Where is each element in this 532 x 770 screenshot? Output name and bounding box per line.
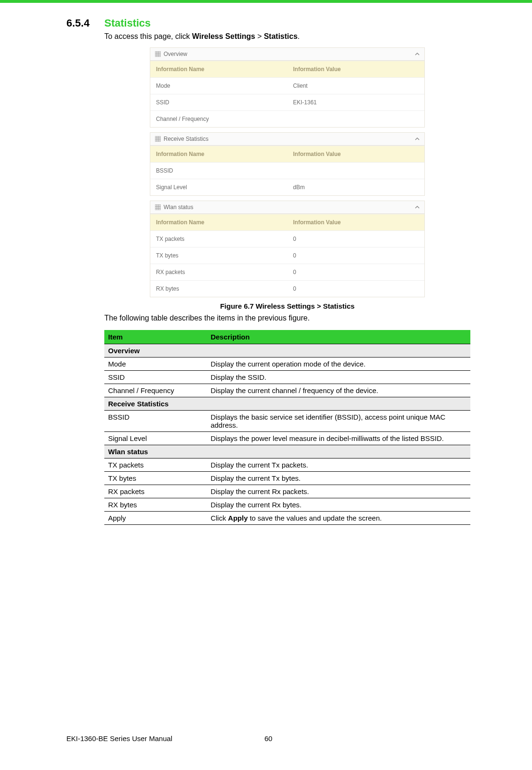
panel-cell-name: BSSID — [150, 163, 287, 179]
description-table: Item Description OverviewModeDisplay the… — [104, 330, 470, 525]
panel-cell-name: RX packets — [150, 264, 287, 280]
panel-col-header-name: Information Name — [150, 214, 287, 230]
dtable-desc-cell: Display the current operation mode of th… — [207, 358, 470, 371]
dtable-desc-cell: Display the SSID. — [207, 371, 470, 384]
panel-title-group: Receive Statistics — [155, 136, 209, 142]
after-figure-text: The following table describes the items … — [104, 314, 470, 322]
intro-text: To access this page, click Wireless Sett… — [104, 32, 470, 41]
dtable-desc-cell: Display the current Rx packets. — [207, 485, 470, 498]
dtable-item-cell: Channel / Frequency — [104, 384, 207, 397]
dtable-item-cell: RX bytes — [104, 498, 207, 512]
chevron-up-icon[interactable] — [415, 205, 420, 210]
dtable-subheader-row: Overview — [104, 344, 470, 358]
section-number: 6.5.4 — [66, 17, 104, 29]
intro-suffix: . — [298, 32, 300, 40]
panel-header[interactable]: Wlan status — [150, 201, 424, 214]
panel-title-group: Wlan status — [155, 204, 193, 211]
panel-col-header-value: Information Value — [287, 61, 424, 77]
panel-cell-name: Channel / Frequency — [150, 111, 287, 127]
dtable-subheader-row: Receive Statistics — [104, 397, 470, 411]
dtable-item-cell: TX bytes — [104, 472, 207, 485]
panel-data-row: SSIDEKI-1361 — [150, 94, 424, 110]
panel-title-group: Overview — [155, 51, 187, 57]
panel-data-row: RX bytes0 — [150, 280, 424, 297]
dtable-row: TX bytesDisplay the current Tx bytes. — [104, 472, 470, 485]
page-container: 6.5.4 Statistics To access this page, cl… — [0, 3, 532, 752]
panel: OverviewInformation NameInformation Valu… — [150, 47, 425, 128]
panel-data-row: Channel / Frequency — [150, 110, 424, 127]
panel-col-header-name: Information Name — [150, 61, 287, 77]
page-footer: EKI-1360-BE Series User Manual 60 — [66, 734, 470, 742]
section-heading-row: 6.5.4 Statistics — [66, 17, 470, 29]
panel-cell-value: 0 — [287, 264, 424, 280]
panel-col-header-name: Information Name — [150, 146, 287, 162]
dtable-item-cell: SSID — [104, 371, 207, 384]
panel-cell-name: Mode — [150, 78, 287, 94]
dtable-row: TX packetsDisplay the current Tx packets… — [104, 458, 470, 472]
panel-cell-name: Signal Level — [150, 179, 287, 195]
dtable-header-item: Item — [104, 330, 207, 344]
footer-manual-name: EKI-1360-BE Series User Manual — [66, 734, 172, 742]
panel-cell-name: TX packets — [150, 231, 287, 247]
dtable-subheader-cell: Overview — [104, 344, 470, 358]
dtable-item-cell: RX packets — [104, 485, 207, 498]
panel-column-header-row: Information NameInformation Value — [150, 61, 424, 77]
panel: Receive StatisticsInformation NameInform… — [150, 132, 425, 196]
dtable-subheader-row: Wlan status — [104, 445, 470, 458]
panel-col-header-value: Information Value — [287, 214, 424, 230]
panel-cell-value: Client — [287, 78, 424, 94]
grid-icon — [155, 204, 161, 210]
dtable-row: BSSIDDisplays the basic service set iden… — [104, 411, 470, 432]
panel-column-header-row: Information NameInformation Value — [150, 146, 424, 162]
chevron-up-icon[interactable] — [415, 137, 420, 141]
panel-data-row: TX packets0 — [150, 230, 424, 247]
content-indent: To access this page, click Wireless Sett… — [104, 32, 470, 525]
panel-header[interactable]: Receive Statistics — [150, 133, 424, 146]
panel-data-row: BSSID — [150, 162, 424, 179]
dtable-row: SSIDDisplay the SSID. — [104, 371, 470, 384]
panel-data-row: TX bytes0 — [150, 247, 424, 264]
dtable-desc-cell: Display the current channel / frequency … — [207, 384, 470, 397]
dtable-row: ModeDisplay the current operation mode o… — [104, 358, 470, 371]
dtable-item-cell: BSSID — [104, 411, 207, 432]
dtable-row: Signal LevelDisplays the power level mea… — [104, 432, 470, 445]
dtable-desc-cell: Display the current Tx packets. — [207, 458, 470, 472]
dtable-desc-cell: Display the current Tx bytes. — [207, 472, 470, 485]
dtable-desc-suffix: to save the values and update the screen… — [248, 514, 382, 522]
panel-cell-value — [287, 111, 424, 127]
dtable-item-cell: Mode — [104, 358, 207, 371]
panel: Wlan statusInformation NameInformation V… — [150, 201, 425, 297]
dtable-subheader-cell: Wlan status — [104, 445, 470, 458]
panel-data-row: Signal LeveldBm — [150, 179, 424, 195]
chevron-up-icon[interactable] — [415, 52, 420, 56]
panel-cell-value: EKI-1361 — [287, 94, 424, 110]
panel-cell-name: RX bytes — [150, 281, 287, 297]
dtable-row: ApplyClick Apply to save the values and … — [104, 512, 470, 525]
dtable-item-cell: Apply — [104, 512, 207, 525]
intro-bold2: Statistics — [264, 32, 297, 40]
section-title: Statistics — [104, 17, 151, 29]
grid-icon — [155, 136, 161, 142]
dtable-header-desc: Description — [207, 330, 470, 344]
dtable-desc-prefix: Click — [211, 514, 228, 522]
panel-column-header-row: Information NameInformation Value — [150, 214, 424, 230]
panel-cell-value — [287, 163, 424, 179]
panel-col-header-value: Information Value — [287, 146, 424, 162]
intro-bold1: Wireless Settings — [192, 32, 255, 40]
panel-header[interactable]: Overview — [150, 48, 424, 61]
panel-data-row: RX packets0 — [150, 264, 424, 280]
dtable-desc-cell: Displays the power level measure in deci… — [207, 432, 470, 445]
dtable-desc-bold: Apply — [228, 514, 248, 522]
grid-icon — [155, 51, 161, 57]
panel-title-text: Receive Statistics — [164, 136, 209, 142]
dtable-desc-cell: Displays the basic service set identifie… — [207, 411, 470, 432]
panel-title-text: Wlan status — [164, 204, 193, 211]
svg-rect-0 — [155, 51, 161, 57]
intro-sep: > — [255, 32, 264, 40]
screenshot-figure: OverviewInformation NameInformation Valu… — [150, 47, 425, 297]
dtable-row: Channel / FrequencyDisplay the current c… — [104, 384, 470, 397]
dtable-desc-cell: Click Apply to save the values and updat… — [207, 512, 470, 525]
dtable-item-cell: TX packets — [104, 458, 207, 472]
dtable-row: RX packetsDisplay the current Rx packets… — [104, 485, 470, 498]
panel-cell-name: TX bytes — [150, 248, 287, 264]
